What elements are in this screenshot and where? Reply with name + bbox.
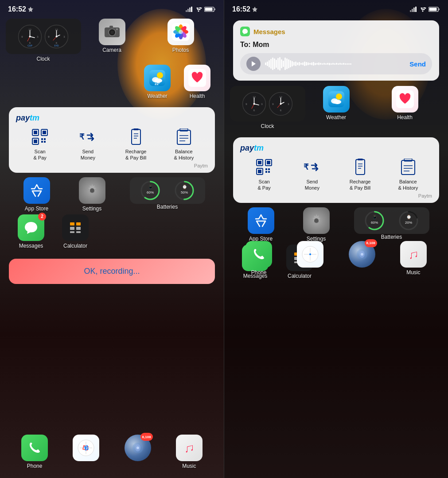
health-app-item[interactable]: Health	[179, 65, 215, 99]
svg-rect-54	[43, 131, 46, 134]
paytm-recharge-left[interactable]: Recharge& Pay Bill	[118, 127, 154, 161]
dock-right: Phone 8,108	[233, 241, 439, 276]
phone-dock-right[interactable]: Phone	[241, 241, 277, 276]
svg-point-16	[29, 35, 31, 37]
messages-app-dot	[240, 27, 250, 36]
clock-widget-item-right[interactable]: 12 6 9 3 12	[250, 86, 285, 129]
scan-pay-label-left: Scan& Pay	[33, 148, 46, 161]
messages-notification-card[interactable]: Messages To: Mom	[233, 20, 439, 81]
music-dock-right[interactable]: Music	[396, 241, 431, 276]
clock-widget-item[interactable]: 12 6 9 3 CUP 12	[26, 19, 61, 62]
app-row-1: 12 6 9 3 CUP 12	[9, 19, 215, 62]
phone-label-left: Phone	[27, 463, 43, 469]
right-content: 16:52 Messages To: Mom	[224, 0, 448, 284]
svg-text:20%: 20%	[405, 221, 412, 225]
health-icon	[184, 65, 210, 91]
waveform-bar	[348, 63, 350, 65]
balance-icon-right	[398, 157, 418, 177]
phone-dock-left[interactable]: Phone	[17, 435, 52, 469]
svg-rect-84	[76, 222, 81, 225]
svg-text:CUP: CUP	[27, 44, 32, 47]
svg-rect-102	[415, 7, 417, 12]
photos-app-item[interactable]: Photos	[163, 19, 199, 62]
messages-icon-left: 2	[18, 214, 44, 241]
settings-app-left[interactable]: Settings	[74, 177, 110, 212]
siri-dock-right[interactable]: 8,108	[344, 241, 380, 276]
paytm-logo-left: paytm	[16, 113, 208, 123]
waveform-bar	[316, 63, 318, 65]
waveform-bar	[336, 63, 337, 65]
paytm-balance-left[interactable]: Balance& History	[166, 127, 202, 161]
status-bar-left: 16:52	[0, 0, 224, 16]
app-row-1-right: 12 6 9 3 12	[233, 86, 439, 129]
waveform-bar	[318, 62, 319, 65]
app-row-2: 22° Weather Health	[9, 65, 215, 99]
weather-app-item[interactable]: 22° Weather	[140, 65, 175, 99]
svg-rect-88	[76, 231, 81, 233]
time-display-right: 16:52	[232, 5, 250, 13]
waveform-bar	[339, 63, 341, 65]
svg-text:₹: ₹	[79, 132, 85, 141]
send-button[interactable]: Send	[409, 60, 426, 68]
appstore-icon-right	[248, 207, 274, 234]
svg-rect-52	[34, 131, 37, 134]
waveform-bar	[297, 62, 298, 65]
settings-app-right[interactable]: Settings	[299, 207, 334, 242]
status-icons-right	[410, 6, 440, 12]
svg-rect-0	[186, 10, 187, 12]
recharge-label-right: Recharge& Pay Bill	[350, 179, 371, 191]
camera-label: Camera	[102, 47, 121, 53]
waveform-bar	[347, 63, 348, 65]
paytm-recharge-right[interactable]: Recharge& Pay Bill	[343, 157, 378, 191]
clock-label-right: Clock	[261, 123, 274, 129]
paytm-balance-right[interactable]: Balance& History	[390, 157, 426, 191]
camera-app-item[interactable]: Camera	[94, 19, 130, 62]
svg-point-31	[110, 31, 114, 34]
paytm-send-money-right[interactable]: ₹ SendMoney	[294, 157, 330, 191]
paytm-widget-right: paytm	[233, 137, 439, 203]
paytm-actions-right: Scan& Pay ₹ SendMoney	[240, 157, 432, 191]
siri-dock-left[interactable]: 8,108	[120, 435, 156, 469]
scan-pay-label-right: Scan& Pay	[257, 179, 270, 191]
appstore-app-left[interactable]: App Store	[19, 177, 55, 212]
status-time-left: 16:52	[8, 5, 33, 13]
waveform-bar	[270, 59, 272, 69]
status-bar-right: 16:52	[224, 0, 448, 16]
photos-icon	[168, 19, 194, 45]
svg-point-26	[56, 35, 58, 37]
audio-player: Send	[240, 53, 432, 74]
play-button[interactable]	[246, 57, 261, 71]
health-label-right: Health	[397, 114, 413, 120]
svg-rect-60	[44, 141, 46, 143]
batteries-label-left: Batteries	[157, 204, 178, 210]
paytm-scan-pay-right[interactable]: Scan& Pay	[246, 157, 282, 191]
svg-text:50%: 50%	[181, 190, 188, 194]
svg-rect-63	[133, 128, 139, 130]
paytm-scan-pay-left[interactable]: Scan& Pay	[22, 127, 58, 161]
svg-rect-3	[191, 7, 192, 12]
waveform-bar	[277, 58, 279, 70]
clock-widget: 12 6 9 3 CUP 12	[6, 19, 81, 54]
svg-point-98	[136, 447, 139, 449]
app-row-4-left: 2 Messages	[9, 214, 215, 249]
appstore-app-right[interactable]: App Store	[243, 207, 279, 242]
svg-rect-58	[44, 138, 46, 140]
music-dock-left[interactable]: Music	[171, 435, 207, 469]
music-icon-left	[176, 435, 203, 461]
waveform-bar	[309, 63, 311, 65]
weather-app-right[interactable]: Weather	[319, 86, 354, 129]
settings-label-left: Settings	[82, 206, 101, 212]
batteries-widget-right: 📱 60% ⌚ 20%	[354, 207, 429, 242]
safari-dock-right[interactable]	[292, 241, 328, 276]
svg-point-175	[361, 253, 363, 256]
health-app-right[interactable]: Health	[387, 86, 423, 129]
calculator-app-left[interactable]: Calculator	[58, 214, 93, 249]
waveform-bar	[315, 63, 316, 65]
audio-waveform	[265, 57, 405, 71]
waveform-bar	[343, 63, 344, 65]
balance-label-right: Balance& History	[398, 179, 418, 191]
paytm-send-money-left[interactable]: ₹ SendMoney	[70, 127, 105, 161]
safari-icon-right	[297, 241, 323, 268]
messages-app-left[interactable]: 2 Messages	[13, 214, 49, 249]
safari-dock-left[interactable]	[68, 435, 104, 469]
